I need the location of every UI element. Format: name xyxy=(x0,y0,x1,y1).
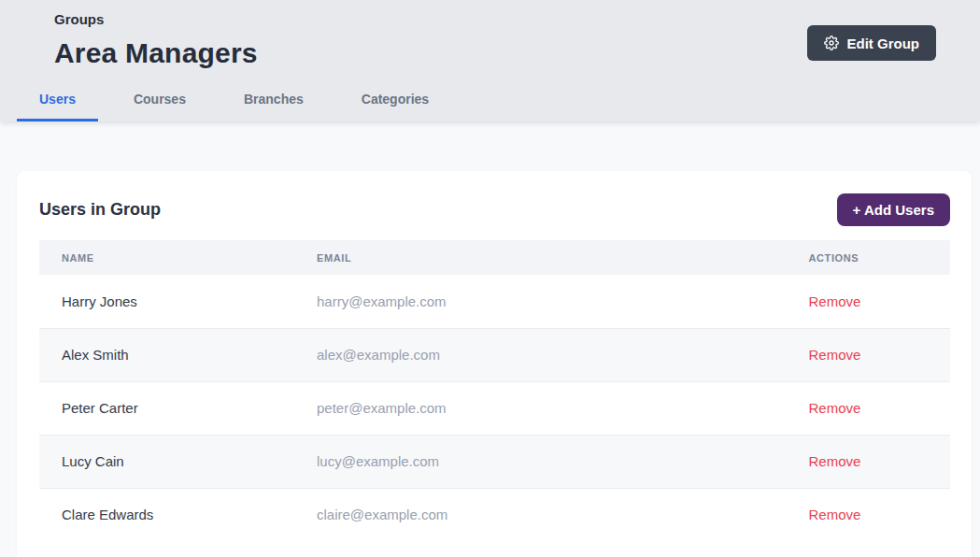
user-email: claire@example.com xyxy=(294,488,787,541)
column-header-name: NAME xyxy=(39,240,294,275)
user-email: harry@example.com xyxy=(294,275,787,328)
remove-link[interactable]: Remove xyxy=(809,507,861,522)
user-email: alex@example.com xyxy=(294,328,787,381)
user-name: Lucy Cain xyxy=(39,435,294,488)
remove-link[interactable]: Remove xyxy=(809,400,861,416)
tab-categories[interactable]: Categories xyxy=(339,79,451,121)
card-header: Users in Group + Add Users xyxy=(39,193,950,226)
table-header-row: NAME EMAIL ACTIONS xyxy=(39,240,950,275)
table-row: Peter Carter peter@example.com Remove xyxy=(39,381,950,435)
table-row: Clare Edwards claire@example.com Remove xyxy=(39,488,950,541)
content-area: Users in Group + Add Users NAME EMAIL AC… xyxy=(0,121,980,557)
remove-link[interactable]: Remove xyxy=(809,293,861,309)
edit-group-button[interactable]: Edit Group xyxy=(807,25,937,61)
user-email: peter@example.com xyxy=(294,381,787,435)
user-email: lucy@example.com xyxy=(294,435,787,488)
breadcrumb[interactable]: Groups xyxy=(54,11,258,27)
gear-icon xyxy=(824,36,839,50)
tab-users[interactable]: Users xyxy=(17,79,98,121)
tab-bar: Users Courses Branches Categories xyxy=(0,79,980,121)
card-title: Users in Group xyxy=(39,200,161,220)
tab-branches[interactable]: Branches xyxy=(221,79,326,121)
remove-link[interactable]: Remove xyxy=(809,453,861,469)
header-text-block: Groups Area Managers xyxy=(54,11,258,69)
column-header-email: EMAIL xyxy=(294,240,787,275)
users-table: NAME EMAIL ACTIONS Harry Jones harry@exa… xyxy=(39,240,950,541)
page-title: Area Managers xyxy=(54,37,258,69)
edit-group-label: Edit Group xyxy=(847,36,920,51)
column-header-actions: ACTIONS xyxy=(787,240,951,275)
user-name: Clare Edwards xyxy=(39,488,294,541)
remove-link[interactable]: Remove xyxy=(809,347,861,363)
table-row: Lucy Cain lucy@example.com Remove xyxy=(39,435,950,488)
user-name: Harry Jones xyxy=(39,275,294,328)
tab-courses[interactable]: Courses xyxy=(111,79,208,121)
table-row: Alex Smith alex@example.com Remove xyxy=(39,328,950,381)
header-top: Groups Area Managers Edit Group xyxy=(0,0,980,69)
user-name: Peter Carter xyxy=(39,381,294,435)
user-name: Alex Smith xyxy=(39,328,294,381)
page-header: Groups Area Managers Edit Group Users Co… xyxy=(0,0,980,121)
add-users-button[interactable]: + Add Users xyxy=(837,193,950,226)
users-in-group-card: Users in Group + Add Users NAME EMAIL AC… xyxy=(17,171,972,557)
table-row: Harry Jones harry@example.com Remove xyxy=(39,275,950,328)
